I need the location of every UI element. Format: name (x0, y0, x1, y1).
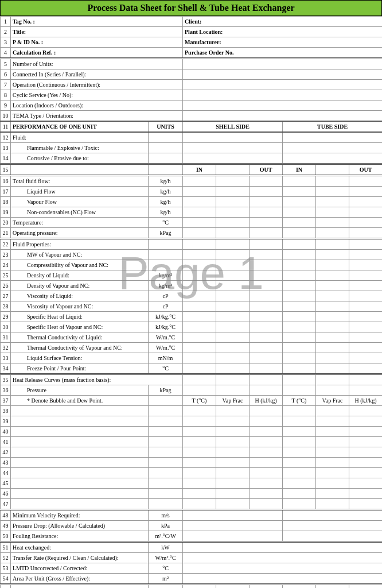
table-row: 40 (1, 427, 383, 437)
table-row: 35Heat Release Curves (mass fraction bas… (1, 374, 383, 385)
table-row: 33Liquid Surface Tension:mN/m (1, 353, 383, 363)
table-row: 22Fluid Properties: (1, 239, 383, 250)
table-row: 51Heat exchanged:kW (1, 542, 383, 553)
table-row: 1Tag No. :Client: (1, 17, 383, 27)
table-row: 48Minimum Velocity Required:m/s (1, 510, 383, 521)
table-row: 37* Denote Bubble and Dew Point.T (°C)Va… (1, 396, 383, 406)
table-row: 10TEMA Type / Orientation: (1, 111, 383, 122)
table-row: 16Total fluid flow:kg/h (1, 176, 383, 187)
table-row: 41 (1, 437, 383, 447)
table-row: 34Freeze Point / Pour Point:°C (1, 363, 383, 374)
table-row: 50Fouling Resistance:m².°C/W (1, 531, 383, 542)
table-row: 38 (1, 406, 383, 416)
table-row: 24Compressibility of Vapour and NC: (1, 260, 383, 270)
table-row: 15INOUTINOUT (1, 164, 383, 176)
table-row: 21Operating pressure:kPag (1, 228, 383, 239)
table-row: 25Density of Liquid:kg/m³ (1, 270, 383, 281)
table-row: 19Non-condensables (NC) Flowkg/h (1, 207, 383, 218)
table-row: 53LMTD Uncorrected / Corrected:°C (1, 563, 383, 574)
table-row: 9Location (Indoors / Outdoors): (1, 100, 383, 111)
table-row: 43 (1, 458, 383, 468)
table-row: 44 (1, 468, 383, 478)
table-row: 28Viscosity of Vapour and NC:cP (1, 301, 383, 312)
table-row: 6Connected In (Series / Parallel): (1, 69, 383, 80)
table-row: 3P & ID No. :Manufacturer: (1, 37, 383, 48)
table-row: 23MW of Vapour and NC: (1, 250, 383, 260)
table-row: 29Specific Heat of Liquid:kJ/kg.°C (1, 312, 383, 322)
table-row: 52Transfer Rate (Required / Clean / Calc… (1, 553, 383, 563)
table-row: 11PERFORMANCE OF ONE UNITUNITSSHELL SIDE… (1, 121, 383, 132)
page-title: Process Data Sheet for Shell & Tube Heat… (0, 0, 382, 16)
table-row: 54Area Per Unit (Gross / Effective):m² (1, 574, 383, 585)
table-row: 18Vapour Flowkg/h (1, 197, 383, 207)
table-row: 7Operation (Continuous / Intermittent): (1, 80, 383, 90)
table-row: 14Corrosive / Erosive due to: (1, 153, 383, 164)
table-row: 30Specific Heat of Vapour and NC:kJ/kg.°… (1, 322, 383, 332)
table-row: 4Calculation Ref. :Purchase Order No. (1, 48, 383, 59)
table-row: 13Flammable / Explosive / Toxic: (1, 143, 383, 153)
table-row: 20Temperature:°C (1, 218, 383, 228)
table-row: 12Fluid: (1, 132, 383, 143)
table-row: 8Cyclic Service (Yes / No): (1, 90, 383, 100)
table-row: 26Density of Vapour and NC:kg/m³ (1, 281, 383, 291)
table-row: 49Pressure Drop: (Allowable / Calculated… (1, 521, 383, 531)
table-row: 5Number of Units: (1, 59, 383, 69)
table-row: 46 (1, 489, 383, 499)
table-row: 2Title:Plant Location: (1, 27, 383, 37)
table-row: 17Liquid Flowkg/h (1, 187, 383, 197)
table-row: 42 (1, 447, 383, 458)
table-row: 39 (1, 416, 383, 427)
table-row: 36PressurekPag (1, 385, 383, 396)
table-row: 32Thermal Conductivity of Vapour and NC:… (1, 343, 383, 353)
table-row: 31Thermal Conductivity of Liquid:W/m.°C (1, 332, 383, 343)
table-row (1, 585, 383, 589)
data-sheet-table: 1Tag No. :Client: 2Title:Plant Location:… (0, 16, 382, 588)
table-row: 47 (1, 499, 383, 510)
table-row: 45 (1, 478, 383, 489)
table-row: 27Viscosity of Liquid:cP (1, 291, 383, 301)
